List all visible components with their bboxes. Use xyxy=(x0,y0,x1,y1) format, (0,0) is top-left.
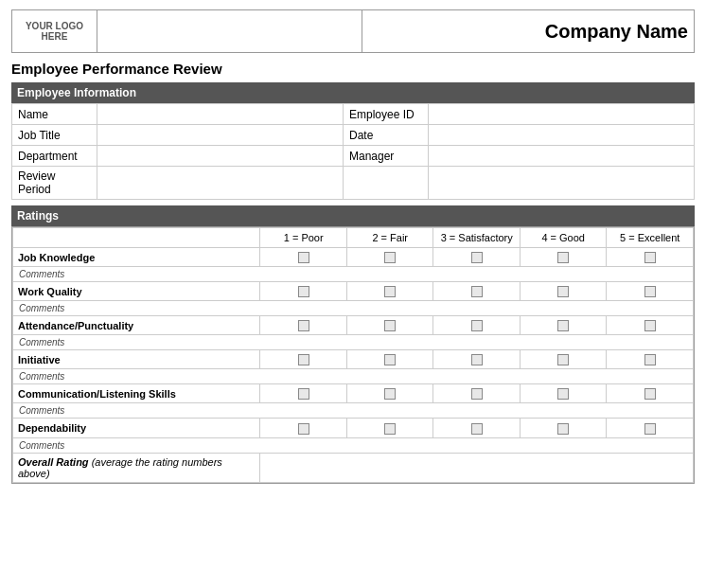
job-knowledge-comments[interactable]: Comments xyxy=(13,267,694,282)
initiative-4[interactable] xyxy=(520,350,607,369)
initiative-5[interactable] xyxy=(607,350,694,369)
checkbox[interactable] xyxy=(644,320,656,331)
checkbox[interactable] xyxy=(557,252,569,263)
job-knowledge-5[interactable] xyxy=(607,248,694,267)
col-header-2: 2 = Fair xyxy=(346,228,433,248)
logo-text: YOUR LOGO HERE xyxy=(26,21,83,42)
checkbox[interactable] xyxy=(384,388,396,400)
job-knowledge-4[interactable] xyxy=(520,248,607,267)
department-value[interactable] xyxy=(97,146,344,167)
col-header-label xyxy=(13,228,260,248)
checkbox[interactable] xyxy=(384,252,396,263)
initiative-1[interactable] xyxy=(260,350,347,369)
attendance-3[interactable] xyxy=(433,316,521,335)
communication-5[interactable] xyxy=(607,384,694,403)
work-quality-5[interactable] xyxy=(607,282,694,301)
communication-1[interactable] xyxy=(260,384,347,403)
checkbox[interactable] xyxy=(471,252,483,263)
attendance-5[interactable] xyxy=(607,316,694,335)
checkbox[interactable] xyxy=(644,423,656,435)
checkbox[interactable] xyxy=(557,423,569,435)
col-header-5: 5 = Excellent xyxy=(607,228,694,248)
col-header-1: 1 = Poor xyxy=(260,228,347,248)
job-title-label: Job Title xyxy=(12,125,97,146)
initiative-comments[interactable]: Comments xyxy=(13,369,694,384)
checkbox[interactable] xyxy=(384,320,396,331)
job-knowledge-2[interactable] xyxy=(346,248,433,267)
checkbox[interactable] xyxy=(557,388,569,400)
date-value[interactable] xyxy=(429,125,695,146)
communication-2[interactable] xyxy=(346,384,433,403)
checkbox[interactable] xyxy=(471,388,483,400)
table-row: Comments xyxy=(13,267,694,282)
communication-3[interactable] xyxy=(433,384,521,403)
company-name: Company Name xyxy=(362,10,695,53)
info-row-2: Job Title Date xyxy=(12,125,695,146)
ratings-header: Ratings xyxy=(11,205,695,226)
checkbox[interactable] xyxy=(298,388,309,400)
initiative-2[interactable] xyxy=(346,350,433,369)
manager-value[interactable] xyxy=(429,146,695,167)
ratings-column-headers: 1 = Poor 2 = Fair 3 = Satisfactory 4 = G… xyxy=(13,228,694,248)
checkbox[interactable] xyxy=(557,354,569,365)
checkbox[interactable] xyxy=(384,286,396,297)
communication-4[interactable] xyxy=(520,384,607,403)
form-title: Employee Performance Review xyxy=(11,61,695,77)
review-period-value[interactable] xyxy=(97,167,344,200)
work-quality-2[interactable] xyxy=(346,282,433,301)
dependability-4[interactable] xyxy=(520,419,607,437)
dependability-5[interactable] xyxy=(607,419,694,437)
attendance-4[interactable] xyxy=(520,316,607,335)
checkbox[interactable] xyxy=(644,286,656,297)
attendance-1[interactable] xyxy=(260,316,347,335)
name-value[interactable] xyxy=(97,104,344,125)
work-quality-3[interactable] xyxy=(433,282,521,301)
dependability-1[interactable] xyxy=(260,419,347,437)
dependability-2[interactable] xyxy=(346,419,433,437)
work-quality-comments[interactable]: Comments xyxy=(13,301,694,316)
checkbox[interactable] xyxy=(471,354,483,365)
checkbox[interactable] xyxy=(384,354,396,365)
table-row: Comments xyxy=(13,335,694,350)
name-label: Name xyxy=(12,104,97,125)
checkbox[interactable] xyxy=(557,286,569,297)
communication-comments[interactable]: Comments xyxy=(13,403,694,419)
manager-label: Manager xyxy=(344,146,429,167)
checkbox[interactable] xyxy=(471,320,483,331)
work-quality-1[interactable] xyxy=(260,282,347,301)
attendance-2[interactable] xyxy=(346,316,433,335)
checkbox[interactable] xyxy=(471,423,483,435)
overall-rating-value[interactable] xyxy=(260,453,694,482)
checkbox[interactable] xyxy=(298,423,309,435)
job-knowledge-3[interactable] xyxy=(433,248,521,267)
checkbox[interactable] xyxy=(298,286,309,297)
table-row: Communication/Listening Skills xyxy=(13,384,694,403)
communication-label: Communication/Listening Skills xyxy=(13,384,260,403)
checkbox[interactable] xyxy=(298,320,309,331)
checkbox[interactable] xyxy=(471,286,483,297)
checkbox[interactable] xyxy=(298,252,309,263)
logo-cell: YOUR LOGO HERE xyxy=(12,10,97,53)
job-title-value[interactable] xyxy=(97,125,344,146)
attendance-label: Attendance/Punctuality xyxy=(13,316,260,335)
checkbox[interactable] xyxy=(644,388,656,400)
checkbox[interactable] xyxy=(644,252,656,263)
checkbox[interactable] xyxy=(644,354,656,365)
employee-info-table: Name Employee ID Job Title Date Departme… xyxy=(11,103,695,200)
dependability-comments[interactable]: Comments xyxy=(13,437,694,453)
table-row: Comments xyxy=(13,403,694,419)
table-row: Attendance/Punctuality xyxy=(13,316,694,335)
attendance-comments[interactable]: Comments xyxy=(13,335,694,350)
col-header-4: 4 = Good xyxy=(520,228,607,248)
initiative-3[interactable] xyxy=(433,350,521,369)
job-knowledge-1[interactable] xyxy=(260,248,347,267)
dependability-3[interactable] xyxy=(433,419,521,437)
overall-label-text: Overall Rating (average the rating numbe… xyxy=(18,456,222,479)
work-quality-4[interactable] xyxy=(520,282,607,301)
employee-id-value[interactable] xyxy=(429,104,695,125)
checkbox[interactable] xyxy=(557,320,569,331)
department-label: Department xyxy=(12,146,97,167)
checkbox[interactable] xyxy=(298,354,309,365)
checkbox[interactable] xyxy=(384,423,396,435)
page: YOUR LOGO HERE Company Name Employee Per… xyxy=(0,0,706,493)
